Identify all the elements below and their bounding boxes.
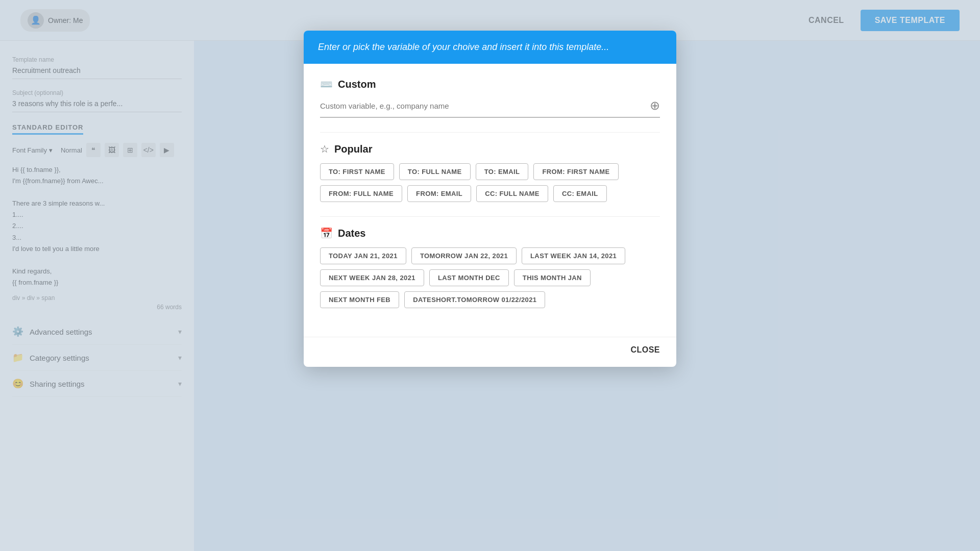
popular-section: ☆ Popular TO: FIRST NAMETO: FULL NAMETO:… <box>320 143 660 202</box>
variable-picker-modal: Enter or pick the variable of your choiv… <box>304 31 676 367</box>
add-variable-button[interactable]: ⊕ <box>650 98 660 113</box>
date-tag[interactable]: DATESHORT.TOMORROW 01/22/2021 <box>404 291 545 308</box>
popular-tag[interactable]: FROM: FIRST NAME <box>533 163 618 180</box>
custom-variable-input[interactable] <box>320 102 650 110</box>
dates-tags-row: TODAY JAN 21, 2021TOMORROW JAN 22, 2021L… <box>320 247 660 308</box>
date-tag[interactable]: LAST MONTH DEC <box>429 269 509 286</box>
modal-body: ⌨️ Custom ⊕ ☆ Popular TO: FIRST NAMETO: … <box>304 64 676 337</box>
keyboard-icon: ⌨️ <box>320 78 333 90</box>
popular-title-row: ☆ Popular <box>320 143 660 155</box>
modal-footer: CLOSE <box>304 337 676 367</box>
date-tag[interactable]: LAST WEEK JAN 14, 2021 <box>522 247 625 264</box>
dates-section-title: Dates <box>338 228 365 239</box>
popular-tag[interactable]: CC: FULL NAME <box>476 185 548 202</box>
divider-1 <box>320 132 660 133</box>
dates-title-row: 📅 Dates <box>320 227 660 239</box>
divider-2 <box>320 216 660 217</box>
custom-section: ⌨️ Custom ⊕ <box>320 78 660 118</box>
date-tag[interactable]: THIS MONTH JAN <box>514 269 591 286</box>
modal-header: Enter or pick the variable of your choiv… <box>304 31 676 64</box>
date-tag[interactable]: NEXT WEEK JAN 28, 2021 <box>320 269 424 286</box>
popular-tag[interactable]: TO: FULL NAME <box>399 163 471 180</box>
date-tag[interactable]: TODAY JAN 21, 2021 <box>320 247 406 264</box>
close-button[interactable]: CLOSE <box>630 345 660 355</box>
popular-tag[interactable]: TO: FIRST NAME <box>320 163 394 180</box>
popular-tag[interactable]: FROM: FULL NAME <box>320 185 402 202</box>
calendar-icon: 📅 <box>320 227 333 239</box>
popular-tags-row: TO: FIRST NAMETO: FULL NAMETO: EMAILFROM… <box>320 163 660 202</box>
popular-section-title: Popular <box>334 143 372 155</box>
custom-input-row: ⊕ <box>320 98 660 118</box>
custom-section-title: Custom <box>338 79 376 90</box>
modal-header-text: Enter or pick the variable of your choiv… <box>318 42 609 52</box>
custom-title-row: ⌨️ Custom <box>320 78 660 90</box>
popular-tag[interactable]: TO: EMAIL <box>476 163 529 180</box>
popular-tag[interactable]: FROM: EMAIL <box>407 185 471 202</box>
popular-tag[interactable]: CC: EMAIL <box>553 185 607 202</box>
dates-section: 📅 Dates TODAY JAN 21, 2021TOMORROW JAN 2… <box>320 227 660 308</box>
date-tag[interactable]: TOMORROW JAN 22, 2021 <box>411 247 517 264</box>
star-icon: ☆ <box>320 143 329 155</box>
date-tag[interactable]: NEXT MONTH FEB <box>320 291 399 308</box>
